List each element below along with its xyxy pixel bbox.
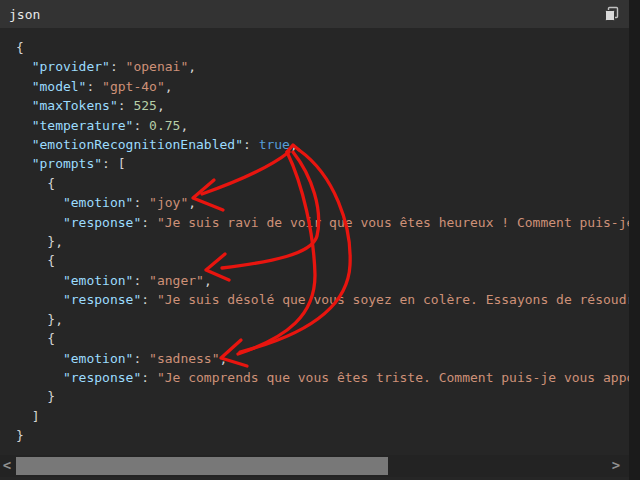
code-line: }, [16, 232, 629, 251]
code-line: "temperature": 0.75, [16, 116, 629, 135]
copy-button[interactable] [604, 6, 620, 22]
code-area: { "provider": "openai", "model": "gpt-4o… [0, 28, 629, 455]
code-line: } [16, 426, 629, 445]
scrollbar-thumb[interactable] [16, 457, 388, 475]
scroll-right-icon[interactable]: > [609, 455, 623, 477]
code-line: "provider": "openai", [16, 57, 629, 76]
page-right-gutter [629, 0, 640, 480]
json-code: { "provider": "openai", "model": "gpt-4o… [16, 38, 629, 446]
code-line: "maxTokens": 525, [16, 96, 629, 115]
code-line: "response": "Je suis désolé que vous soy… [16, 290, 629, 309]
code-line: "response": "Je comprends que vous êtes … [16, 368, 629, 387]
code-block: json { "provider": "openai", "model": "g… [0, 0, 629, 480]
language-label: json [9, 7, 40, 22]
code-line: { [16, 329, 629, 348]
code-line: "emotion": "joy", [16, 193, 629, 212]
code-line: "response": "Je suis ravi de voir que vo… [16, 213, 629, 232]
code-line: "model": "gpt-4o", [16, 77, 629, 96]
scroll-left-icon[interactable]: < [0, 455, 14, 477]
code-block-header: json [0, 0, 629, 28]
code-line: "emotion": "sadness", [16, 349, 629, 368]
code-line: { [16, 38, 629, 57]
code-line: } [16, 387, 629, 406]
code-line: }, [16, 310, 629, 329]
copy-icon [604, 10, 620, 25]
horizontal-scrollbar[interactable]: < > [0, 455, 629, 477]
code-line: "emotionRecognitionEnabled": true, [16, 135, 629, 154]
code-line: { [16, 174, 629, 193]
code-line: "emotion": "anger", [16, 271, 629, 290]
code-line: { [16, 251, 629, 270]
code-line: "prompts": [ [16, 154, 629, 173]
code-line: ] [16, 407, 629, 426]
page: json { "provider": "openai", "model": "g… [0, 0, 640, 480]
